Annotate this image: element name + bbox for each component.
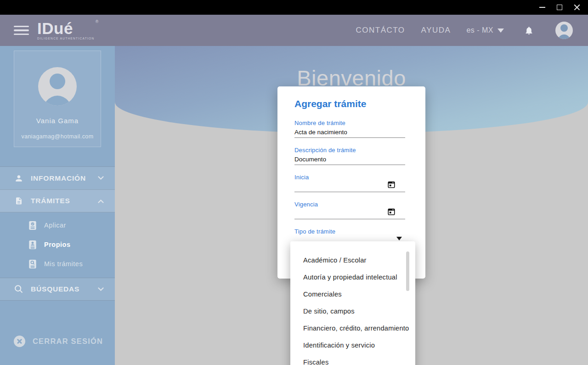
sidebar-item-label: TRÁMITES	[31, 197, 98, 205]
nav-contacto[interactable]: CONTÁCTO	[356, 26, 405, 35]
submenu-item-label: Aplicar	[44, 222, 66, 229]
sidebar-item-busquedas[interactable]: BÚSQUEDAS	[0, 278, 115, 301]
chevron-up-icon	[98, 199, 104, 203]
search-icon	[14, 285, 24, 294]
calendar-icon[interactable]	[387, 207, 396, 216]
inicia-input[interactable]	[294, 182, 405, 192]
person-icon	[14, 174, 24, 183]
modal-title: Agregar trámite	[294, 98, 405, 110]
hamburger-icon[interactable]	[14, 26, 29, 35]
logo-tagline: DILIGENCE AUTHENTICATION	[37, 37, 94, 40]
submenu-item-propios[interactable]: Propios	[0, 235, 115, 254]
field-value: Acta de nacimiento	[294, 129, 347, 136]
dropdown-option[interactable]: De sitio, campos	[290, 303, 415, 320]
sidebar: Vania Gama vaniagamag@hotmail.com INFORM…	[0, 46, 115, 365]
field-label: Tipo de trámite	[294, 228, 405, 235]
language-label: es - MX	[466, 26, 493, 34]
vigencia-input[interactable]	[294, 209, 405, 219]
nav-ayuda[interactable]: AYUDA	[421, 26, 451, 35]
close-icon[interactable]	[573, 4, 581, 11]
logo-title: IDué	[37, 20, 94, 36]
field-nombre-de-tramite: Nombre de trámite Acta de nacimiento	[294, 120, 405, 147]
chevron-down-icon	[98, 287, 104, 291]
sidebar-item-tramites[interactable]: TRÁMITES	[0, 189, 115, 212]
card-person-icon	[28, 240, 37, 250]
dropdown-option[interactable]: Comerciales	[290, 286, 415, 303]
field-label: Descripción de trámite	[294, 147, 405, 154]
bell-icon[interactable]	[524, 26, 534, 35]
card-check-icon	[28, 221, 37, 230]
profile-email: vaniagamag@hotmail.com	[22, 133, 94, 140]
dropdown-option[interactable]: Financiero, crédito, arrendamiento	[290, 320, 415, 337]
sidebar-item-informacion[interactable]: INFORMACIÓN	[0, 166, 115, 189]
profile-name: Vania Gama	[36, 117, 79, 125]
window-titlebar	[0, 0, 588, 15]
dropdown-option[interactable]: Fiscales	[290, 354, 415, 365]
sidebar-item-label: BÚSQUEDAS	[31, 285, 98, 293]
sidebar-nav: INFORMACIÓN TRÁMITES	[0, 166, 115, 301]
logout-label: CERRAR SESIÓN	[33, 337, 103, 346]
dropdown-option[interactable]: Autoría y propiedad intelectual	[290, 269, 415, 286]
user-avatar[interactable]	[555, 22, 573, 39]
close-circle-icon	[14, 336, 25, 347]
sidebar-item-label: INFORMACIÓN	[31, 174, 98, 182]
chevron-down-icon	[98, 176, 104, 180]
app-header: IDué ® DILIGENCE AUTHENTICATION CONTÁCTO…	[0, 15, 588, 46]
maximize-icon[interactable]	[556, 4, 563, 11]
card-search-icon	[28, 259, 37, 269]
document-icon	[14, 196, 24, 205]
language-selector[interactable]: es - MX	[466, 26, 504, 34]
field-descripcion-de-tramite: Descripción de trámite Documento	[294, 147, 405, 174]
scrollbar-thumb[interactable]	[406, 251, 409, 291]
app-logo: IDué ® DILIGENCE AUTHENTICATION	[37, 20, 94, 40]
descripcion-input[interactable]: Documento	[294, 155, 405, 165]
field-value: Documento	[294, 156, 326, 163]
registered-mark: ®	[96, 20, 99, 24]
field-vigencia: Vigencia	[294, 201, 405, 228]
submenu-item-label: Propios	[44, 241, 70, 248]
dropdown-caret-icon[interactable]	[396, 237, 402, 240]
tipo-de-tramite-dropdown: Académico / Escolar Autoría y propiedad …	[290, 241, 415, 365]
chevron-down-icon	[498, 29, 504, 33]
profile-card: Vania Gama vaniagamag@hotmail.com	[14, 51, 101, 147]
nombre-input[interactable]: Acta de nacimiento	[294, 128, 405, 138]
profile-avatar	[38, 67, 77, 106]
calendar-icon[interactable]	[387, 180, 396, 189]
field-inicia: Inicia	[294, 174, 405, 201]
minimize-icon[interactable]	[538, 4, 546, 11]
tramites-submenu: Aplicar Propios Mis trámites	[0, 212, 115, 278]
dropdown-option[interactable]: Identificación y servicio	[290, 337, 415, 354]
field-label: Nombre de trámite	[294, 120, 405, 127]
logout-button[interactable]: CERRAR SESIÓN	[0, 331, 115, 351]
submenu-item-label: Mis trámites	[44, 260, 83, 268]
dropdown-option[interactable]: Académico / Escolar	[290, 252, 415, 269]
submenu-item-aplicar[interactable]: Aplicar	[0, 216, 115, 235]
main-content: Bienvenido Agregar trámite Nombre de trá…	[115, 46, 588, 365]
submenu-item-mis-tramites[interactable]: Mis trámites	[0, 254, 115, 274]
